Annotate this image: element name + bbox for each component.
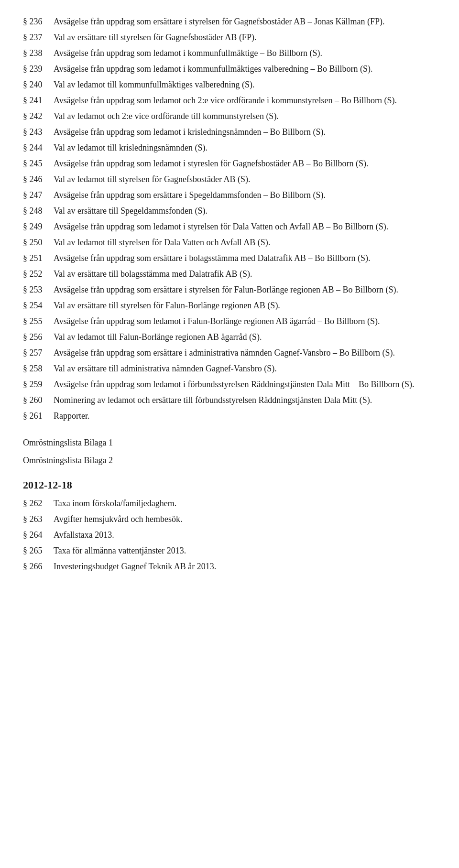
paragraph-text: Val av ledamot till krisledningsnämnden … [54,141,436,154]
paragraph-text: Avsägelse från uppdrag som ledamot i kom… [54,47,436,60]
list-item: § 249Avsägelse från uppdrag som ledamot … [23,220,436,233]
list-item: § 253Avsägelse från uppdrag som ersättar… [23,283,436,296]
paragraph-number: § 250 [23,236,54,249]
list-item: § 261Rapporter. [23,410,436,423]
paragraph-text: Avfallstaxa 2013. [54,529,436,542]
list-item: § 258Val av ersättare till administrativ… [23,362,436,375]
paragraph-number: § 248 [23,205,54,217]
paragraph-number: § 237 [23,31,54,44]
list-item: § 256Val av ledamot till Falun-Borlänge … [23,331,436,344]
appendix-label: Omröstningslista Bilaga 1 [23,438,436,448]
appendix-label: Omröstningslista Bilaga 2 [23,456,436,466]
paragraph-number: § 264 [23,529,54,542]
paragraph-text: Avsägelse från uppdrag som ledamot i kri… [54,126,436,139]
appendices-section: Omröstningslista Bilaga 1Omröstningslist… [23,438,436,466]
paragraph-number: § 261 [23,410,54,423]
paragraph-text: Avsägelse från uppdrag som ledamot i Fal… [54,315,436,328]
paragraph-text: Val av ersättare till administrativa näm… [54,362,436,375]
main-items-section: § 236Avsägelse från uppdrag som ersättar… [23,15,436,423]
paragraph-number: § 244 [23,141,54,154]
paragraph-number: § 258 [23,362,54,375]
paragraph-text: Avsägelse från uppdrag som ersättare i S… [54,189,436,202]
list-item: § 264Avfallstaxa 2013. [23,529,436,542]
paragraph-text: Val av ledamot till Falun-Borlänge regio… [54,331,436,344]
paragraph-text: Taxa inom förskola/familjedaghem. [54,497,436,510]
paragraph-number: § 265 [23,544,54,557]
list-item: § 266Investeringsbudget Gagnef Teknik AB… [23,560,436,573]
paragraph-text: Rapporter. [54,410,436,423]
paragraph-text: Val av ersättare till styrelsen för Gagn… [54,31,436,44]
paragraph-number: § 247 [23,189,54,202]
paragraph-text: Avgifter hemsjukvård och hembesök. [54,513,436,526]
list-item: § 237Val av ersättare till styrelsen för… [23,31,436,44]
paragraph-number: § 241 [23,94,54,107]
paragraph-text: Val av ersättare till styrelsen för Falu… [54,299,436,312]
paragraph-number: § 242 [23,110,54,123]
paragraph-text: Taxa för allmänna vattentjänster 2013. [54,544,436,557]
paragraph-number: § 260 [23,394,54,407]
paragraph-text: Val av ersättare till Spegeldammsfonden … [54,205,436,217]
list-item: § 262Taxa inom förskola/familjedaghem. [23,497,436,510]
paragraph-number: § 257 [23,347,54,359]
list-item: § 242Val av ledamot och 2:e vice ordföra… [23,110,436,123]
paragraph-number: § 256 [23,331,54,344]
paragraph-text: Avsägelse från uppdrag som ersättare i b… [54,252,436,265]
paragraph-text: Investeringsbudget Gagnef Teknik AB år 2… [54,560,436,573]
list-item: § 248Val av ersättare till Spegeldammsfo… [23,205,436,217]
list-item: § 251Avsägelse från uppdrag som ersättar… [23,252,436,265]
list-item: § 246Val av ledamot till styrelsen för G… [23,173,436,186]
paragraph-number: § 262 [23,497,54,510]
list-item: § 259Avsägelse från uppdrag som ledamot … [23,378,436,391]
list-item: § 245Avsägelse från uppdrag som ledamot … [23,157,436,170]
list-item: § 263Avgifter hemsjukvård och hembesök. [23,513,436,526]
list-item: § 254Val av ersättare till styrelsen för… [23,299,436,312]
paragraph-text: Avsägelse från uppdrag som ersättare i a… [54,347,436,359]
paragraph-text: Avsägelse från uppdrag som ledamot i kom… [54,63,436,76]
paragraph-number: § 239 [23,63,54,76]
paragraph-text: Val av ledamot och 2:e vice ordförande t… [54,110,436,123]
paragraph-number: § 245 [23,157,54,170]
paragraph-number: § 249 [23,220,54,233]
paragraph-number: § 240 [23,78,54,91]
list-item: § 243Avsägelse från uppdrag som ledamot … [23,126,436,139]
paragraph-number: § 236 [23,15,54,28]
list-item: § 239Avsägelse från uppdrag som ledamot … [23,63,436,76]
paragraph-number: § 255 [23,315,54,328]
list-item: § 260Nominering av ledamot och ersättare… [23,394,436,407]
paragraph-number: § 246 [23,173,54,186]
paragraph-number: § 259 [23,378,54,391]
paragraph-text: Avsägelse från uppdrag som ledamot i för… [54,378,436,391]
list-item: § 240Val av ledamot till kommunfullmäkti… [23,78,436,91]
list-item: § 244Val av ledamot till krisledningsnäm… [23,141,436,154]
paragraph-text: Avsägelse från uppdrag som ledamot i sty… [54,157,436,170]
paragraph-text: Val av ledamot till styrelsen för Dala V… [54,236,436,249]
list-item: § 265Taxa för allmänna vattentjänster 20… [23,544,436,557]
date-section: 2012-12-18§ 262Taxa inom förskola/familj… [23,479,436,573]
paragraph-number: § 251 [23,252,54,265]
paragraph-number: § 266 [23,560,54,573]
list-item: § 252Val av ersättare till bolagsstämma … [23,268,436,281]
list-item: § 255Avsägelse från uppdrag som ledamot … [23,315,436,328]
paragraph-text: Avsägelse från uppdrag som ersättare i s… [54,15,436,28]
paragraph-text: Avsägelse från uppdrag som ledamot i sty… [54,220,436,233]
paragraph-number: § 254 [23,299,54,312]
document-content: § 236Avsägelse från uppdrag som ersättar… [23,15,436,573]
paragraph-number: § 253 [23,283,54,296]
paragraph-text: Val av ersättare till bolagsstämma med D… [54,268,436,281]
paragraph-text: Val av ledamot till kommunfullmäktiges v… [54,78,436,91]
list-item: § 241Avsägelse från uppdrag som ledamot … [23,94,436,107]
paragraph-text: Avsägelse från uppdrag som ledamot och 2… [54,94,436,107]
list-item: § 247Avsägelse från uppdrag som ersättar… [23,189,436,202]
paragraph-number: § 252 [23,268,54,281]
date-heading: 2012-12-18 [23,479,436,491]
paragraph-text: Val av ledamot till styrelsen för Gagnef… [54,173,436,186]
list-item: § 238Avsägelse från uppdrag som ledamot … [23,47,436,60]
list-item: § 257Avsägelse från uppdrag som ersättar… [23,347,436,359]
list-item: § 250Val av ledamot till styrelsen för D… [23,236,436,249]
paragraph-number: § 263 [23,513,54,526]
list-item: § 236Avsägelse från uppdrag som ersättar… [23,15,436,28]
paragraph-text: Avsägelse från uppdrag som ersättare i s… [54,283,436,296]
paragraph-number: § 238 [23,47,54,60]
paragraph-number: § 243 [23,126,54,139]
paragraph-text: Nominering av ledamot och ersättare till… [54,394,436,407]
